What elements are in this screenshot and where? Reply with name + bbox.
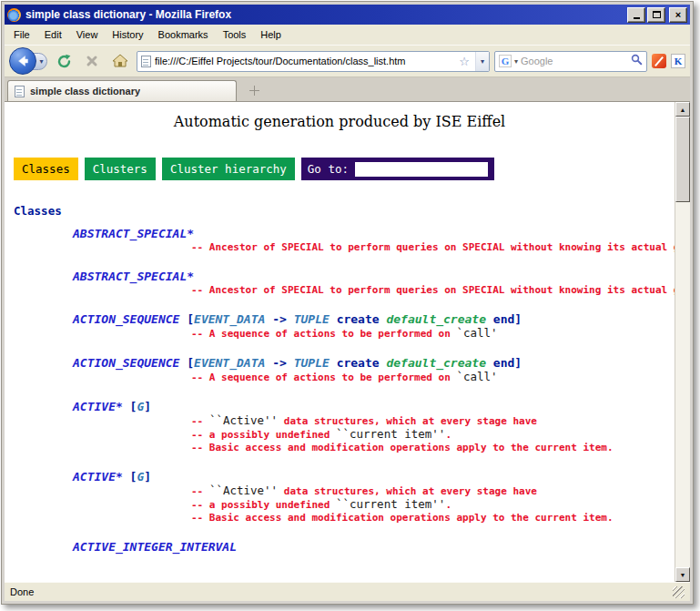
class-comment: -- a possibly undefined ``current item''…	[191, 428, 675, 442]
token-plain: ->	[265, 312, 293, 326]
nav-clusters-button[interactable]: Clusters	[85, 158, 156, 180]
search-engine-dropdown[interactable]: ▾	[514, 57, 518, 66]
token-comment: -- Ancestor of SPECIAL to perform querie…	[191, 284, 675, 296]
address-dropdown-button[interactable]: ▾	[475, 52, 489, 71]
maximize-icon	[653, 11, 661, 18]
menu-item-bookmarks[interactable]: Bookmarks	[151, 25, 216, 44]
tab-simple-class-dictionary[interactable]: simple class dictionary	[7, 80, 237, 101]
tab-label: simple class dictionary	[30, 86, 140, 97]
token-comment: .	[445, 429, 451, 441]
address-bar[interactable]: file:///C:/Eiffel Projects/tour/Document…	[137, 51, 490, 72]
home-icon	[112, 54, 128, 68]
class-comment: -- Basic access and modification operati…	[191, 442, 675, 454]
scroll-up-button[interactable]: ▲	[675, 102, 690, 117]
token-feature: default_create	[386, 312, 486, 326]
class-signature-link[interactable]: ABSTRACT_SPECIAL*	[73, 227, 675, 241]
token-class: ACTION_SEQUENCE	[73, 312, 179, 326]
class-comment: -- Basic access and modification operati…	[191, 512, 675, 524]
menubar: FileEditViewHistoryBookmarksToolsHelp	[5, 25, 690, 45]
scroll-down-button[interactable]: ▼	[675, 567, 690, 582]
token-generic: EVENT_DATA	[194, 312, 265, 326]
token-comment: data structures, which at every stage ha…	[278, 415, 537, 427]
bookmark-star-icon[interactable]: ☆	[457, 56, 472, 67]
class-comment: -- A sequence of actions to be performed…	[191, 371, 675, 384]
menu-item-edit[interactable]: Edit	[37, 25, 69, 44]
token-generic: TUPLE	[294, 312, 330, 326]
menu-item-view[interactable]: View	[69, 25, 106, 44]
class-comment: -- ``Active'' data structures, which at …	[191, 484, 675, 498]
stop-button[interactable]	[80, 49, 104, 73]
class-comment: -- a possibly undefined ``current item''…	[191, 498, 675, 512]
vertical-scrollbar: ▲ ▼	[675, 102, 690, 582]
navigation-toolbar: ▾ file:///C:/Eiffel Projects/tour/Docume…	[5, 45, 690, 77]
menu-item-file[interactable]: File	[6, 25, 37, 44]
class-signature-link[interactable]: ACTIVE* [G]	[73, 400, 675, 414]
class-signature-link[interactable]: ACTIVE* [G]	[73, 470, 675, 484]
search-field[interactable]: G ▾ Google	[494, 51, 647, 72]
nav-cluster-hierarchy-button[interactable]: Cluster hierarchy	[162, 158, 295, 180]
class-entry: ACTIVE_INTEGER_INTERVAL	[73, 540, 675, 555]
token-code: ``Active''	[209, 413, 278, 427]
token-plain: ]	[144, 400, 151, 413]
token-class: ACTIVE_INTEGER_INTERVAL	[73, 540, 237, 554]
token-plain: ]	[514, 356, 522, 370]
history-nav: ▾	[9, 47, 47, 75]
window-title: simple class dictionary - Mozilla Firefo…	[25, 8, 231, 21]
token-feature: default_create	[386, 356, 486, 370]
new-tab-icon[interactable]	[249, 86, 259, 96]
nav-classes-button[interactable]: Classes	[14, 158, 78, 180]
goto-label: Go to:	[308, 162, 349, 176]
back-arrow-icon	[15, 54, 30, 68]
statusbar: Done	[5, 582, 690, 601]
token-generic: EVENT_DATA	[194, 356, 265, 370]
address-text: file:///C:/Eiffel Projects/tour/Document…	[155, 56, 453, 66]
scroll-track[interactable]	[675, 202, 690, 567]
tabbar: simple class dictionary	[5, 77, 690, 101]
class-entry: ABSTRACT_SPECIAL*-- Ancestor of SPECIAL …	[73, 270, 675, 297]
class-comment: -- ``Active'' data structures, which at …	[191, 414, 675, 428]
menu-item-tools[interactable]: Tools	[216, 25, 254, 44]
class-entry: ACTION_SEQUENCE [EVENT_DATA -> TUPLE cre…	[73, 356, 675, 384]
class-signature-link[interactable]: ACTIVE_INTEGER_INTERVAL	[73, 540, 675, 555]
menu-item-help[interactable]: Help	[253, 25, 289, 44]
class-comment: -- Ancestor of SPECIAL to perform querie…	[191, 284, 675, 297]
page-favicon-icon	[141, 56, 151, 67]
goto-input[interactable]	[355, 162, 488, 177]
token-plain	[330, 356, 337, 370]
main-area: Automatic generation produced by ISE Eif…	[5, 101, 690, 582]
token-keyword: end	[493, 356, 514, 370]
chevron-down-icon: ▾	[481, 57, 484, 66]
addon-red-glyph	[654, 56, 664, 66]
token-plain: ->	[265, 356, 293, 370]
token-keyword: create	[337, 312, 380, 326]
refresh-button[interactable]	[52, 49, 76, 73]
token-comment: --	[191, 415, 209, 427]
token-class: ACTIVE*	[73, 470, 123, 484]
class-comment: -- Ancestor of SPECIAL to perform querie…	[191, 241, 675, 254]
addon-icon-red[interactable]	[652, 54, 666, 68]
back-button[interactable]	[9, 47, 36, 75]
window-controls: ×	[627, 7, 687, 23]
menu-item-history[interactable]: History	[105, 25, 150, 44]
token-keyword: end	[493, 312, 514, 326]
resize-grip[interactable]	[673, 586, 685, 598]
page-title: Automatic generation produced by ISE Eif…	[5, 113, 675, 130]
scroll-thumb[interactable]	[675, 117, 690, 202]
minimize-button[interactable]	[627, 7, 645, 23]
class-signature-link[interactable]: ABSTRACT_SPECIAL*	[73, 270, 675, 284]
tab-favicon-icon	[15, 86, 25, 97]
search-submit-button[interactable]	[631, 53, 643, 69]
token-code: `call'	[456, 370, 497, 383]
addon-icon-k[interactable]: K	[671, 54, 685, 68]
class-signature-link[interactable]: ACTION_SEQUENCE [EVENT_DATA -> TUPLE cre…	[73, 312, 675, 327]
close-icon: ×	[675, 9, 681, 20]
home-button[interactable]	[108, 49, 132, 73]
class-entry: ACTIVE* [G]-- ``Active'' data structures…	[73, 470, 675, 524]
magnifier-icon	[631, 54, 643, 66]
minimize-icon	[634, 17, 640, 19]
class-signature-link[interactable]: ACTION_SEQUENCE [EVENT_DATA -> TUPLE cre…	[73, 356, 675, 371]
search-placeholder: Google	[521, 56, 628, 66]
maximize-button[interactable]	[647, 7, 665, 23]
close-button[interactable]: ×	[669, 7, 687, 23]
token-comment: .	[445, 499, 451, 511]
